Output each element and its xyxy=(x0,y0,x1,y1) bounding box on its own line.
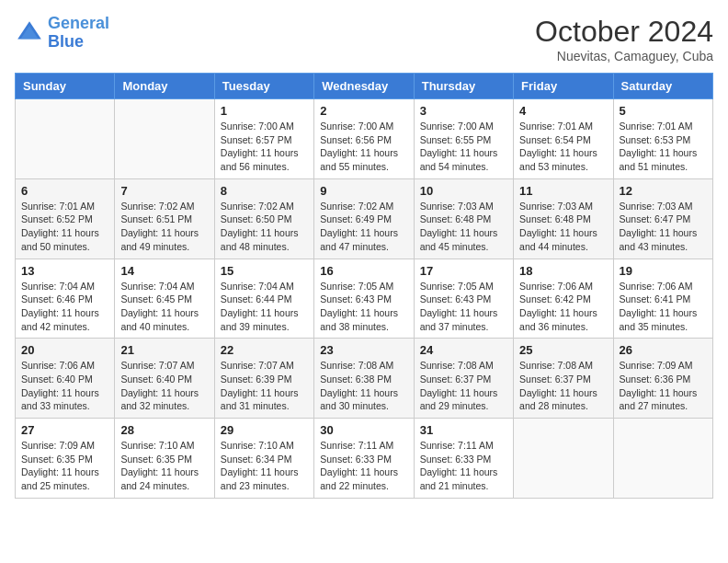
weekday-header-friday: Friday xyxy=(514,74,613,99)
day-info: Sunrise: 7:03 AMSunset: 6:48 PMDaylight:… xyxy=(519,200,607,254)
calendar-cell: 13Sunrise: 7:04 AMSunset: 6:46 PMDayligh… xyxy=(16,259,115,339)
day-number: 18 xyxy=(519,264,607,278)
day-info: Sunrise: 7:04 AMSunset: 6:44 PMDaylight:… xyxy=(221,280,308,334)
calendar-cell: 8Sunrise: 7:02 AMSunset: 6:50 PMDaylight… xyxy=(214,178,313,259)
logo: General Blue xyxy=(15,15,109,52)
calendar-cell: 5Sunrise: 7:01 AMSunset: 6:53 PMDaylight… xyxy=(613,99,712,179)
logo-line2: Blue xyxy=(48,32,84,51)
calendar-cell: 25Sunrise: 7:08 AMSunset: 6:37 PMDayligh… xyxy=(514,339,613,419)
day-info: Sunrise: 7:01 AMSunset: 6:52 PMDaylight:… xyxy=(21,200,108,254)
calendar-cell: 10Sunrise: 7:03 AMSunset: 6:48 PMDayligh… xyxy=(414,178,513,259)
day-info: Sunrise: 7:03 AMSunset: 6:48 PMDaylight:… xyxy=(420,200,507,254)
weekday-header-sunday: Sunday xyxy=(16,74,115,99)
day-number: 19 xyxy=(620,264,707,278)
calendar-week-3: 13Sunrise: 7:04 AMSunset: 6:46 PMDayligh… xyxy=(16,259,713,339)
day-info: Sunrise: 7:00 AMSunset: 6:55 PMDaylight:… xyxy=(420,120,507,174)
calendar-cell xyxy=(115,99,214,179)
calendar-cell: 2Sunrise: 7:00 AMSunset: 6:56 PMDaylight… xyxy=(314,99,414,179)
weekday-header-saturday: Saturday xyxy=(613,74,712,99)
logo-icon xyxy=(15,18,44,48)
day-number: 5 xyxy=(620,104,707,118)
day-info: Sunrise: 7:02 AMSunset: 6:51 PMDaylight:… xyxy=(120,200,208,254)
day-info: Sunrise: 7:01 AMSunset: 6:53 PMDaylight:… xyxy=(620,120,707,174)
day-number: 12 xyxy=(620,184,707,198)
day-number: 10 xyxy=(420,184,507,198)
weekday-header-tuesday: Tuesday xyxy=(214,74,313,99)
calendar-week-4: 20Sunrise: 7:06 AMSunset: 6:40 PMDayligh… xyxy=(16,339,713,419)
day-info: Sunrise: 7:07 AMSunset: 6:40 PMDaylight:… xyxy=(120,359,208,413)
day-info: Sunrise: 7:10 AMSunset: 6:35 PMDaylight:… xyxy=(120,439,208,493)
calendar-cell: 19Sunrise: 7:06 AMSunset: 6:41 PMDayligh… xyxy=(613,259,712,339)
day-number: 14 xyxy=(120,264,208,278)
day-number: 22 xyxy=(221,343,308,357)
calendar-cell: 20Sunrise: 7:06 AMSunset: 6:40 PMDayligh… xyxy=(16,339,115,419)
day-number: 13 xyxy=(21,264,108,278)
day-number: 28 xyxy=(120,423,208,437)
day-info: Sunrise: 7:11 AMSunset: 6:33 PMDaylight:… xyxy=(320,439,407,493)
day-info: Sunrise: 7:08 AMSunset: 6:38 PMDaylight:… xyxy=(320,359,407,413)
logo-line1: General xyxy=(48,14,109,32)
day-info: Sunrise: 7:06 AMSunset: 6:42 PMDaylight:… xyxy=(519,280,607,334)
day-info: Sunrise: 7:01 AMSunset: 6:54 PMDaylight:… xyxy=(519,120,607,174)
day-info: Sunrise: 7:04 AMSunset: 6:45 PMDaylight:… xyxy=(120,280,208,334)
calendar-cell: 29Sunrise: 7:10 AMSunset: 6:34 PMDayligh… xyxy=(214,419,313,499)
calendar-cell: 6Sunrise: 7:01 AMSunset: 6:52 PMDaylight… xyxy=(16,178,115,259)
day-number: 8 xyxy=(221,184,308,198)
day-number: 21 xyxy=(120,343,208,357)
day-info: Sunrise: 7:02 AMSunset: 6:50 PMDaylight:… xyxy=(221,200,308,254)
day-number: 16 xyxy=(320,264,407,278)
calendar-cell: 12Sunrise: 7:03 AMSunset: 6:47 PMDayligh… xyxy=(613,178,712,259)
weekday-header-wednesday: Wednesday xyxy=(314,74,414,99)
day-number: 7 xyxy=(120,184,208,198)
calendar-cell xyxy=(514,419,613,499)
day-info: Sunrise: 7:04 AMSunset: 6:46 PMDaylight:… xyxy=(21,280,108,334)
day-number: 26 xyxy=(620,343,707,357)
day-number: 29 xyxy=(221,423,308,437)
day-info: Sunrise: 7:03 AMSunset: 6:47 PMDaylight:… xyxy=(620,200,707,254)
day-info: Sunrise: 7:05 AMSunset: 6:43 PMDaylight:… xyxy=(420,280,507,334)
calendar-cell: 17Sunrise: 7:05 AMSunset: 6:43 PMDayligh… xyxy=(414,259,513,339)
day-number: 11 xyxy=(519,184,607,198)
day-number: 9 xyxy=(320,184,407,198)
day-number: 25 xyxy=(519,343,607,357)
calendar-week-2: 6Sunrise: 7:01 AMSunset: 6:52 PMDaylight… xyxy=(16,178,713,259)
day-info: Sunrise: 7:07 AMSunset: 6:39 PMDaylight:… xyxy=(221,359,308,413)
calendar-cell: 18Sunrise: 7:06 AMSunset: 6:42 PMDayligh… xyxy=(514,259,613,339)
calendar-cell: 24Sunrise: 7:08 AMSunset: 6:37 PMDayligh… xyxy=(414,339,513,419)
calendar-cell: 31Sunrise: 7:11 AMSunset: 6:33 PMDayligh… xyxy=(414,419,513,499)
day-info: Sunrise: 7:08 AMSunset: 6:37 PMDaylight:… xyxy=(420,359,507,413)
calendar-week-5: 27Sunrise: 7:09 AMSunset: 6:35 PMDayligh… xyxy=(16,419,713,499)
calendar-cell: 30Sunrise: 7:11 AMSunset: 6:33 PMDayligh… xyxy=(314,419,414,499)
calendar-cell: 11Sunrise: 7:03 AMSunset: 6:48 PMDayligh… xyxy=(514,178,613,259)
day-info: Sunrise: 7:00 AMSunset: 6:56 PMDaylight:… xyxy=(320,120,407,174)
location: Nuevitas, Camaguey, Cuba xyxy=(535,49,713,63)
calendar-week-1: 1Sunrise: 7:00 AMSunset: 6:57 PMDaylight… xyxy=(16,99,713,179)
day-info: Sunrise: 7:09 AMSunset: 6:35 PMDaylight:… xyxy=(21,439,108,493)
calendar-table: SundayMondayTuesdayWednesdayThursdayFrid… xyxy=(15,73,713,499)
calendar-cell: 15Sunrise: 7:04 AMSunset: 6:44 PMDayligh… xyxy=(214,259,313,339)
weekday-header-thursday: Thursday xyxy=(414,74,513,99)
calendar-cell xyxy=(613,419,712,499)
day-info: Sunrise: 7:09 AMSunset: 6:36 PMDaylight:… xyxy=(620,359,707,413)
calendar-cell: 22Sunrise: 7:07 AMSunset: 6:39 PMDayligh… xyxy=(214,339,313,419)
day-info: Sunrise: 7:02 AMSunset: 6:49 PMDaylight:… xyxy=(320,200,407,254)
calendar-cell: 3Sunrise: 7:00 AMSunset: 6:55 PMDaylight… xyxy=(414,99,513,179)
calendar-cell: 1Sunrise: 7:00 AMSunset: 6:57 PMDaylight… xyxy=(214,99,313,179)
day-info: Sunrise: 7:10 AMSunset: 6:34 PMDaylight:… xyxy=(221,439,308,493)
calendar-cell: 7Sunrise: 7:02 AMSunset: 6:51 PMDaylight… xyxy=(115,178,214,259)
day-number: 27 xyxy=(21,423,108,437)
calendar-cell xyxy=(16,99,115,179)
logo-text: General Blue xyxy=(48,15,109,52)
day-number: 30 xyxy=(320,423,407,437)
day-info: Sunrise: 7:06 AMSunset: 6:41 PMDaylight:… xyxy=(620,280,707,334)
day-number: 15 xyxy=(221,264,308,278)
day-number: 20 xyxy=(21,343,108,357)
day-number: 3 xyxy=(420,104,507,118)
calendar-cell: 16Sunrise: 7:05 AMSunset: 6:43 PMDayligh… xyxy=(314,259,414,339)
day-info: Sunrise: 7:05 AMSunset: 6:43 PMDaylight:… xyxy=(320,280,407,334)
day-info: Sunrise: 7:08 AMSunset: 6:37 PMDaylight:… xyxy=(519,359,607,413)
day-number: 6 xyxy=(21,184,108,198)
day-info: Sunrise: 7:06 AMSunset: 6:40 PMDaylight:… xyxy=(21,359,108,413)
calendar-cell: 27Sunrise: 7:09 AMSunset: 6:35 PMDayligh… xyxy=(16,419,115,499)
calendar-cell: 23Sunrise: 7:08 AMSunset: 6:38 PMDayligh… xyxy=(314,339,414,419)
